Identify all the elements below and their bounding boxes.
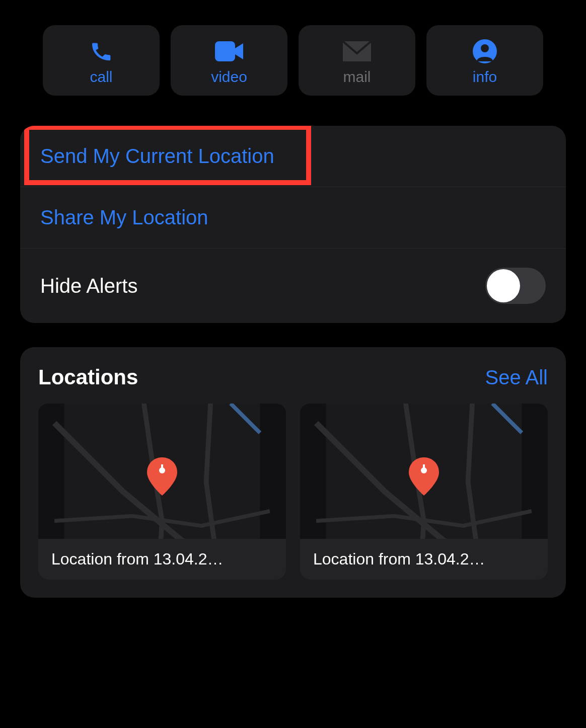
map-pin-icon <box>146 457 178 498</box>
contact-actions-row: call video mail info <box>0 0 586 96</box>
hide-alerts-label: Hide Alerts <box>40 275 137 297</box>
call-button[interactable]: call <box>43 25 160 96</box>
hide-alerts-toggle[interactable] <box>485 268 546 304</box>
call-label: call <box>90 68 112 86</box>
locations-header: Locations See All <box>38 365 548 389</box>
mail-label: mail <box>343 68 371 86</box>
video-icon <box>215 37 243 65</box>
locations-card: Locations See All Location from 13.04.2… <box>20 347 566 598</box>
location-item[interactable]: Location from 13.04.2… <box>300 403 548 580</box>
person-icon <box>473 37 497 65</box>
see-all-link[interactable]: See All <box>485 366 548 389</box>
info-button[interactable]: info <box>426 25 543 96</box>
location-caption: Location from 13.04.2… <box>300 539 548 580</box>
svg-point-3 <box>481 44 489 52</box>
svg-rect-6 <box>161 464 163 470</box>
location-settings-card: Send My Current Location Share My Locati… <box>20 126 566 323</box>
toggle-knob <box>487 269 520 302</box>
mail-icon <box>343 37 371 65</box>
share-my-location-label: Share My Location <box>40 206 208 228</box>
svg-rect-9 <box>423 464 425 470</box>
share-my-location-row[interactable]: Share My Location <box>20 187 566 249</box>
mail-button[interactable]: mail <box>299 25 415 96</box>
location-item[interactable]: Location from 13.04.2… <box>38 403 286 580</box>
phone-icon <box>89 37 113 65</box>
video-button[interactable]: video <box>171 25 287 96</box>
send-current-location-row[interactable]: Send My Current Location <box>20 126 566 187</box>
svg-rect-0 <box>215 41 235 61</box>
location-caption: Location from 13.04.2… <box>38 539 286 580</box>
info-label: info <box>473 68 497 86</box>
locations-grid: Location from 13.04.2… Location from 13.… <box>38 403 548 580</box>
send-current-location-label: Send My Current Location <box>40 145 274 167</box>
map-pin-icon <box>408 457 440 498</box>
hide-alerts-row: Hide Alerts <box>20 249 566 323</box>
video-label: video <box>211 68 247 86</box>
locations-title: Locations <box>38 365 138 389</box>
